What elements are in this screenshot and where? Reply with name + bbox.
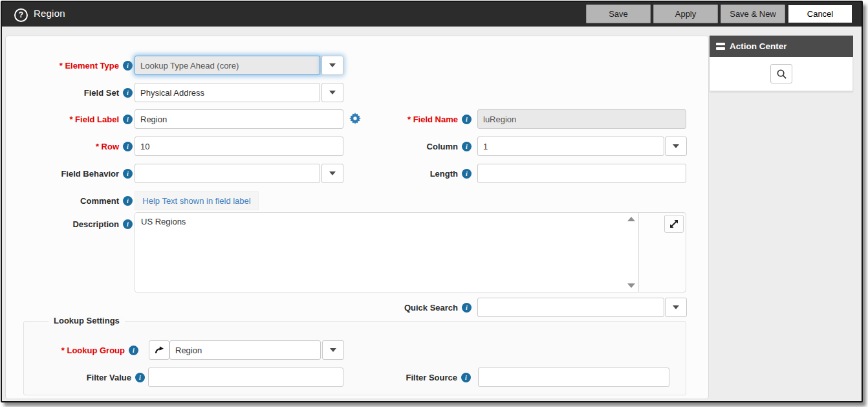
comment-help-text-link[interactable]: Help Text shown in field label [135,191,259,210]
field-label-label: * Field Label i [6,109,133,129]
scroll-up-icon[interactable] [627,217,635,221]
field-name-label: * Field Name i [277,109,472,129]
quick-search-input[interactable] [477,298,664,317]
lookup-settings-section: Lookup Settings * Lookup Group i [23,321,686,395]
filter-source-input[interactable] [478,368,669,387]
field-name-label-text: * Field Name [407,115,458,124]
comment-label-text: Comment [80,196,119,206]
field-set-label: Field Set i [6,83,133,102]
field-behavior-label-text: Field Behavior [61,169,119,179]
element-type-input[interactable] [135,56,320,75]
save-button[interactable]: Save [586,5,651,23]
lookup-group-input[interactable] [169,340,321,360]
expand-icon [669,219,678,228]
chevron-down-icon [673,305,679,309]
quick-search-dropdown-button[interactable] [665,298,687,317]
lookup-settings-legend: Lookup Settings [49,316,125,325]
info-icon[interactable]: i [461,373,471,382]
column-label-text: Column [427,142,458,151]
filter-value-label: Filter Value i [24,368,145,387]
length-input[interactable] [477,164,686,183]
info-icon[interactable]: i [135,373,145,382]
description-scrollbar[interactable] [625,214,638,291]
info-icon[interactable]: i [123,196,133,206]
element-type-label-text: * Element Type [60,61,119,71]
element-type-dropdown-button[interactable] [321,56,343,75]
field-label-label-text: * Field Label [69,115,119,124]
description-label-text: Description [72,219,119,229]
row-label-text: * Row [96,142,119,151]
column-dropdown-button[interactable] [665,137,687,156]
comment-label: Comment i [6,191,133,210]
chevron-down-icon [329,63,336,67]
app-window: ? Region Save Apply Save & New Cancel * … [1,1,863,402]
help-icon[interactable]: ? [14,8,28,22]
length-label-text: Length [430,169,458,179]
filter-source-label: Filter Source i [278,368,471,387]
save-new-button[interactable]: Save & New [721,5,785,23]
element-type-label: * Element Type i [6,56,133,75]
description-label: Description i [6,214,133,234]
description-expand-button[interactable] [664,215,684,233]
info-icon[interactable]: i [123,219,133,229]
field-set-input[interactable] [135,83,320,102]
action-center-body [710,57,853,91]
scroll-down-icon[interactable] [627,283,635,288]
screenshot-stage: ? Region Save Apply Save & New Cancel * … [0,0,868,407]
lookup-group-goto-button[interactable] [149,340,169,360]
quick-search-label-text: Quick Search [404,303,458,313]
info-icon[interactable]: i [123,115,133,124]
lookup-group-label: * Lookup Group i [24,340,138,360]
field-set-dropdown-button[interactable] [321,83,343,102]
search-icon [776,69,787,80]
info-icon[interactable]: i [462,115,472,124]
description-container: US Regions [135,212,686,292]
chevron-down-icon [329,91,336,94]
description-textarea[interactable]: US Regions [135,213,639,292]
action-center-icon [716,43,725,50]
field-set-label-text: Field Set [84,88,119,98]
title-bar: ? Region Save Apply Save & New Cancel [2,2,862,27]
chevron-down-icon [673,144,679,148]
page-title: Region [34,8,65,19]
quick-search-label: Quick Search i [277,298,472,317]
column-input[interactable] [477,137,664,156]
info-icon[interactable]: i [123,88,133,98]
apply-button[interactable]: Apply [653,5,718,23]
row-label: * Row i [6,137,133,156]
info-icon[interactable]: i [123,169,133,179]
info-icon[interactable]: i [129,346,138,355]
info-icon[interactable]: i [123,61,133,71]
action-center-header: Action Center [710,36,853,57]
action-center-title: Action Center [730,41,787,51]
lookup-group-dropdown-button[interactable] [322,340,344,360]
info-icon[interactable]: i [462,169,472,179]
column-label: Column i [277,137,472,156]
filter-source-label-text: Filter Source [406,373,457,382]
lookup-group-label-text: * Lookup Group [61,346,125,355]
chevron-down-icon [330,348,336,352]
curved-arrow-icon [154,345,164,355]
filter-value-label-text: Filter Value [87,373,131,382]
form-panel: * Element Type i Field Set i * Field Lab… [5,36,709,399]
length-label: Length i [277,164,472,183]
cancel-button[interactable]: Cancel [788,5,852,23]
field-name-input[interactable] [477,109,686,129]
action-center-search-button[interactable] [770,64,792,83]
field-behavior-label: Field Behavior i [6,164,133,183]
header-button-group: Save Apply Save & New Cancel [586,5,852,23]
info-icon[interactable]: i [462,142,472,151]
info-icon[interactable]: i [462,303,472,313]
info-icon[interactable]: i [123,142,133,151]
